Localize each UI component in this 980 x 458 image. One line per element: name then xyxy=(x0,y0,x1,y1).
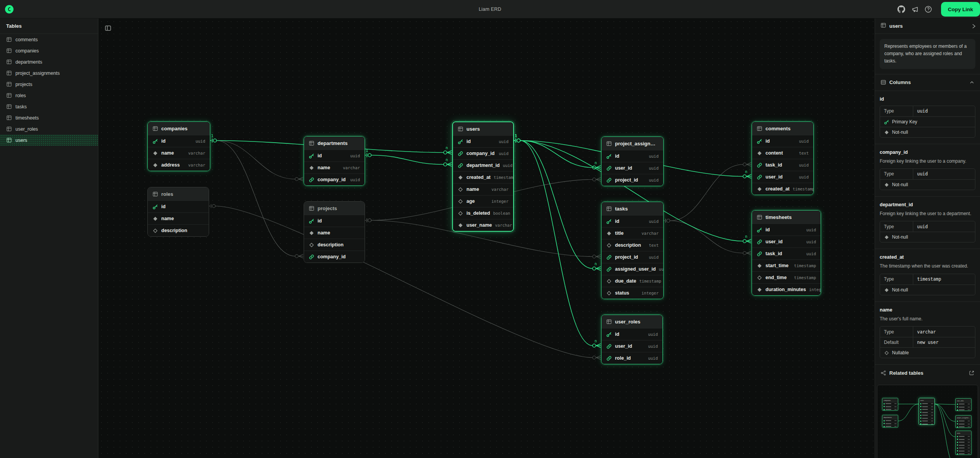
table-node-departments[interactable]: departmentsiduuidnamevarcharcompany_iduu… xyxy=(304,136,365,186)
column-row-department_id[interactable]: department_iduuid xyxy=(453,159,513,171)
column-row-content[interactable]: contenttext xyxy=(752,147,813,159)
table-node-header[interactable]: projects xyxy=(304,202,365,215)
column-row-company_id[interactable]: company_iduuid xyxy=(304,173,365,185)
minimap-type-bar xyxy=(968,445,970,446)
column-row-id[interactable]: id xyxy=(148,200,209,212)
not-null-icon xyxy=(884,234,889,240)
column-row-id[interactable]: iduuid xyxy=(453,135,513,147)
column-row-user_id[interactable]: user_iduuid xyxy=(602,340,662,352)
sidebar-toggle-icon[interactable] xyxy=(104,24,112,32)
not-null-icon xyxy=(309,165,314,171)
column-row-description[interactable]: descriptiontext xyxy=(602,239,663,251)
column-name: name xyxy=(161,216,174,221)
sidebar-item-project_assignments[interactable]: project_assignments xyxy=(0,67,98,79)
column-row-id[interactable]: iduuid xyxy=(602,328,662,340)
table-node-header[interactable]: project_assignments xyxy=(602,137,663,150)
column-row-status[interactable]: statusinteger xyxy=(602,287,663,299)
column-row-start_time[interactable]: start_timetimestamp xyxy=(752,259,821,271)
sidebar-item-tasks[interactable]: tasks xyxy=(0,101,98,112)
table-node-timesheets[interactable]: timesheetsiduuiduser_iduuidtask_iduuidst… xyxy=(752,210,821,296)
table-node-user_roles[interactable]: user_rolesiduuiduser_iduuidrole_iduuid xyxy=(601,315,663,364)
column-row-id[interactable]: iduuid xyxy=(304,150,365,162)
table-node-comments[interactable]: commentsiduuidcontenttexttask_iduuiduser… xyxy=(752,121,814,195)
table-node-header[interactable]: departments xyxy=(304,136,365,150)
column-name: name xyxy=(318,165,330,170)
column-row-name[interactable]: namevarchar xyxy=(453,183,513,195)
column-row-is_deleted[interactable]: is_deletedboolean xyxy=(453,207,513,219)
column-row-name[interactable]: namevarchar xyxy=(304,162,365,173)
table-node-header[interactable]: comments xyxy=(752,122,813,135)
erd-canvas[interactable]: 1n1n1n1n1n1n1n companiesiduuidnamevarcha… xyxy=(98,19,875,458)
column-row-id[interactable]: iduuid xyxy=(752,135,813,147)
column-row-project_id[interactable]: project_iduuid xyxy=(602,174,663,186)
column-row-user_id[interactable]: user_iduuid xyxy=(752,236,821,248)
column-type: uuid xyxy=(648,344,658,349)
table-node-header[interactable]: roles xyxy=(148,187,209,200)
column-row-role_id[interactable]: role_iduuid xyxy=(602,352,662,364)
column-row-address[interactable]: addressvarchar xyxy=(148,159,210,171)
column-row-id[interactable]: iduuid xyxy=(752,224,821,236)
sidebar-item-roles[interactable]: roles xyxy=(0,90,98,101)
table-node-header[interactable]: tasks xyxy=(602,202,663,215)
table-node-tasks[interactable]: tasksiduuidtitlevarchardescriptiontextpr… xyxy=(601,202,664,299)
column-row-task_id[interactable]: task_iduuid xyxy=(752,159,813,171)
minimap-type-bar xyxy=(931,403,933,404)
column-row-id[interactable]: id xyxy=(304,215,365,227)
table-node-header[interactable]: users xyxy=(453,122,513,135)
sidebar-item-comments[interactable]: comments xyxy=(0,34,98,45)
minimap-type-bar xyxy=(894,403,897,404)
column-row-created_at[interactable]: created_attimestamp xyxy=(752,183,813,195)
column-row-id[interactable]: iduuid xyxy=(602,215,663,227)
minimap-col-icon xyxy=(957,423,958,424)
column-row-company_id[interactable]: company_iduuid xyxy=(453,147,513,159)
column-row-task_id[interactable]: task_iduuid xyxy=(752,248,821,259)
github-icon[interactable] xyxy=(897,5,906,13)
column-row-user_name[interactable]: user_namevarchar xyxy=(453,219,513,231)
related-tables-minimap[interactable]: companiesdepartmentsusersuser_rolesproje… xyxy=(877,385,978,458)
columns-section-header[interactable]: Columns xyxy=(875,74,980,91)
column-row-created_at[interactable]: created_attimestamp xyxy=(453,171,513,183)
column-row-name[interactable]: namevarchar xyxy=(148,147,210,159)
column-row-assigned_user_id[interactable]: assigned_user_iduuid xyxy=(602,263,663,275)
column-row-description[interactable]: description xyxy=(304,239,365,251)
minimap-row xyxy=(882,419,898,422)
column-row-duration_minutes[interactable]: duration_minutesinteger xyxy=(752,283,821,295)
column-row-description[interactable]: description xyxy=(148,224,209,236)
table-node-header[interactable]: timesheets xyxy=(752,210,821,224)
column-row-end_time[interactable]: end_timetimestamp xyxy=(752,271,821,283)
table-node-projects[interactable]: projectsidnamedescriptioncompany_id xyxy=(304,201,365,263)
table-node-roles[interactable]: rolesidnamedescription xyxy=(147,187,209,237)
minimap-col-bar xyxy=(959,426,965,427)
column-row-user_id[interactable]: user_iduuid xyxy=(602,162,663,174)
column-row-project_id[interactable]: project_iduuid xyxy=(602,251,663,263)
column-row-name[interactable]: name xyxy=(148,212,209,224)
panel-collapse-icon[interactable] xyxy=(971,23,977,29)
open-related-icon[interactable] xyxy=(969,370,975,376)
sidebar-item-projects[interactable]: projects xyxy=(0,79,98,90)
table-node-companies[interactable]: companiesiduuidnamevarcharaddressvarchar xyxy=(147,121,210,171)
column-row-due_date[interactable]: due_datetimestamp xyxy=(602,275,663,287)
column-row-id[interactable]: iduuid xyxy=(148,135,210,147)
sidebar-item-timesheets[interactable]: timesheets xyxy=(0,112,98,123)
table-node-header[interactable]: companies xyxy=(148,122,210,135)
column-row-id[interactable]: iduuid xyxy=(602,150,663,162)
table-node-project_assignments[interactable]: project_assignmentsiduuiduser_iduuidproj… xyxy=(601,136,664,186)
column-row-title[interactable]: titlevarchar xyxy=(602,227,663,239)
column-type: integer xyxy=(809,287,821,292)
column-row-company_id[interactable]: company_id xyxy=(304,251,365,263)
chevron-up-icon[interactable] xyxy=(969,80,975,85)
sidebar-item-users[interactable]: users xyxy=(0,135,98,146)
copy-link-button[interactable]: Copy Link xyxy=(941,2,980,17)
table-node-users[interactable]: usersiduuidcompany_iduuiddepartment_iduu… xyxy=(452,121,514,232)
megaphone-icon[interactable] xyxy=(911,5,919,13)
column-row-user_id[interactable]: user_iduuid xyxy=(752,171,813,183)
sidebar-item-departments[interactable]: departments xyxy=(0,56,98,67)
sidebar-item-user_roles[interactable]: user_roles xyxy=(0,123,98,135)
sidebar-item-companies[interactable]: companies xyxy=(0,45,98,56)
help-icon[interactable] xyxy=(924,5,933,13)
column-name: user_id xyxy=(765,239,782,244)
table-node-header[interactable]: user_roles xyxy=(602,315,662,328)
column-properties-table: TypeuuidNot-null xyxy=(880,168,975,190)
column-row-age[interactable]: ageinteger xyxy=(453,195,513,207)
column-row-name[interactable]: name xyxy=(304,227,365,239)
